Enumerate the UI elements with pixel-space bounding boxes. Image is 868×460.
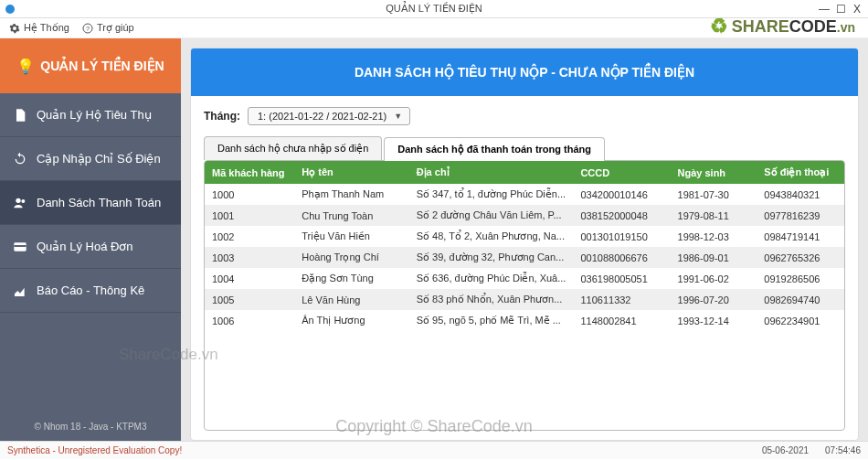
col-phone[interactable]: Số điện thoại (757, 161, 844, 184)
table-cell: 1986-09-01 (671, 247, 757, 268)
svg-point-3 (21, 199, 25, 203)
table-row[interactable]: 1002Triệu Văn HiềnSố 48, Tổ 2, Xuân Phươ… (205, 226, 844, 247)
table-cell: 0982694740 (757, 289, 844, 310)
sidebar-item-label: Quản Lý Hoá Đơn (37, 240, 133, 253)
table-row[interactable]: 1006Ân Thị HươngSố 95, ngõ 5, phố Mẽ Trì… (205, 310, 844, 331)
document-icon (13, 108, 27, 123)
table-cell: 1002 (205, 226, 294, 247)
page-title: DANH SÁCH HỘ TIÊU THỤ NỘP - CHƯA NỘP TIỀ… (191, 48, 858, 96)
menu-system-label: Hệ Thống (24, 22, 69, 34)
month-select[interactable]: 1: (2021-01-22 / 2021-02-21) ▼ (248, 107, 410, 125)
table-cell: Số 347, tổ 1, đường Phúc Diễn... (409, 184, 574, 205)
col-dob[interactable]: Ngày sinh (671, 161, 757, 184)
table-cell: Đặng Sơn Tùng (294, 268, 408, 289)
table-row[interactable]: 1004Đặng Sơn TùngSố 636, đường Phúc Diễn… (205, 268, 844, 289)
status-time: 07:54:46 (825, 445, 861, 455)
table-cell: 0962765326 (757, 247, 844, 268)
sidebar-item-meter[interactable]: Cập Nhập Chỉ Số Điện (0, 137, 181, 181)
data-table: Mã khách hàng Họ tên Địa chỉ CCCD Ngày s… (204, 160, 845, 431)
table-cell: 110611332 (573, 289, 670, 310)
table-row[interactable]: 1001Chu Trung ToànSố 2 đường Châu Văn Li… (205, 205, 844, 226)
svg-point-2 (16, 198, 20, 202)
table-cell: Chu Trung Toàn (294, 205, 408, 226)
table-cell: 0919286506 (757, 268, 844, 289)
close-button[interactable]: X (852, 3, 863, 16)
table-cell: 1998-12-03 (671, 226, 757, 247)
table-cell: Số 83 phố Nhổn, Xuân Phươn... (409, 289, 574, 310)
menu-help-label: Trợ giúp (97, 22, 134, 34)
sidebar-header: 💡 QUẢN LÝ TIỀN ĐIỆN (0, 38, 181, 93)
table-cell: 0977816239 (757, 205, 844, 226)
tab-label: Danh sách hộ đã thanh toán trong tháng (397, 144, 591, 155)
table-cell: 1001 (205, 205, 294, 226)
table-cell: 0962234901 (757, 310, 844, 331)
table-cell: Phạm Thanh Nam (294, 184, 408, 205)
table-cell: 1148002841 (573, 310, 670, 331)
table-cell: Số 95, ngõ 5, phố Mẽ Trì, Mẽ ... (409, 310, 574, 331)
table-cell: Số 39, đường 32, Phương Can... (409, 247, 574, 268)
sidebar-item-invoices[interactable]: Quản Lý Hoá Đơn (0, 225, 181, 269)
table-cell: 1991-06-02 (671, 268, 757, 289)
table-cell: 1993-12-14 (671, 310, 757, 331)
card-icon (13, 240, 27, 254)
chart-icon (13, 283, 27, 298)
table-cell: 0943840321 (757, 184, 844, 205)
table-header-row: Mã khách hàng Họ tên Địa chỉ CCCD Ngày s… (205, 161, 844, 184)
help-icon: ? (82, 23, 93, 34)
table-row[interactable]: 1005Lê Văn HùngSố 83 phố Nhổn, Xuân Phươ… (205, 289, 844, 310)
table-cell: 1003 (205, 247, 294, 268)
table-cell: Ân Thị Hương (294, 310, 408, 331)
table-cell: Lê Văn Hùng (294, 289, 408, 310)
sidebar-item-label: Báo Cáo - Thông Kê (37, 283, 144, 297)
brand-logo: ♻ SHARECODE.vn (710, 15, 855, 38)
table-cell: Số 2 đường Châu Văn Liêm, P... (409, 205, 574, 226)
table-cell: 1979-08-11 (671, 205, 757, 226)
table-cell: Số 48, Tổ 2, Xuân Phương, Na... (409, 226, 574, 247)
gear-icon (9, 23, 20, 34)
menu-system[interactable]: Hệ Thống (9, 22, 69, 34)
col-customer-id[interactable]: Mã khách hàng (205, 161, 294, 184)
menu-help[interactable]: ? Trợ giúp (82, 22, 134, 34)
sidebar-item-households[interactable]: Quản Lý Hộ Tiêu Thụ (0, 93, 181, 137)
sidebar: 💡 QUẢN LÝ TIỀN ĐIỆN Quản Lý Hộ Tiêu Thụ … (0, 38, 181, 441)
table-cell: 038152000048 (573, 205, 670, 226)
refresh-icon (13, 152, 27, 166)
sidebar-item-payments[interactable]: Danh Sách Thanh Toán (0, 181, 181, 225)
svg-rect-5 (14, 245, 26, 247)
status-date: 05-06-2021 (762, 445, 809, 455)
minimize-button[interactable]: — (819, 3, 830, 16)
bulb-icon: 💡 (16, 58, 35, 75)
tab-paid[interactable]: Danh sách hộ đã thanh toán trong tháng (384, 137, 605, 161)
table-cell: 001088006676 (573, 247, 670, 268)
main-content: DANH SÁCH HỘ TIÊU THỤ NỘP - CHƯA NỘP TIỀ… (181, 38, 868, 441)
month-label: Tháng: (204, 110, 240, 123)
col-address[interactable]: Địa chỉ (409, 161, 574, 184)
sidebar-item-reports[interactable]: Báo Cáo - Thông Kê (0, 269, 181, 313)
maximize-button[interactable]: ☐ (835, 3, 846, 16)
recycle-icon: ♻ (710, 15, 728, 38)
table-cell: 1005 (205, 289, 294, 310)
table-row[interactable]: 1003Hoàng Trọng ChíSố 39, đường 32, Phươ… (205, 247, 844, 268)
sidebar-item-label: Danh Sách Thanh Toán (37, 196, 161, 209)
sidebar-footer: © Nhom 18 - Java - KTPM3 (0, 412, 181, 441)
users-icon (13, 196, 27, 210)
tabs: Danh sách hộ chưa nhập số điện Danh sách… (191, 136, 858, 160)
table-cell: 1996-07-20 (671, 289, 757, 310)
col-fullname[interactable]: Họ tên (294, 161, 408, 184)
col-cccd[interactable]: CCCD (573, 161, 670, 184)
filter-row: Tháng: 1: (2021-01-22 / 2021-02-21) ▼ (191, 96, 858, 136)
svg-text:?: ? (86, 25, 90, 31)
table-cell: 036198005051 (573, 268, 670, 289)
tab-label: Danh sách hộ chưa nhập số điện (217, 143, 368, 154)
table-cell: 034200010146 (573, 184, 670, 205)
tab-unentered[interactable]: Danh sách hộ chưa nhập số điện (204, 136, 382, 160)
table-cell: 0984719141 (757, 226, 844, 247)
table-cell: Hoàng Trọng Chí (294, 247, 408, 268)
app-title: QUẢN LÝ TIỀN ĐIỆN (40, 59, 164, 73)
table-cell: Triệu Văn Hiền (294, 226, 408, 247)
window-title: QUẢN LÝ TIỀN ĐIỆN (0, 3, 868, 15)
table-row[interactable]: 1000Phạm Thanh NamSố 347, tổ 1, đường Ph… (205, 184, 844, 205)
table-cell: 001301019150 (573, 226, 670, 247)
table-cell: Số 636, đường Phúc Diễn, Xuâ... (409, 268, 574, 289)
chevron-down-icon: ▼ (394, 112, 402, 121)
